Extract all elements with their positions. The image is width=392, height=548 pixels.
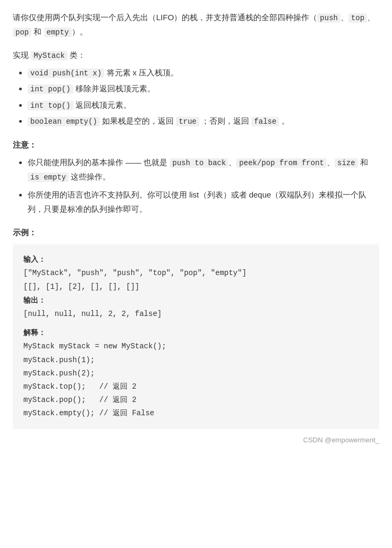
method-desc-pop: 移除并返回栈顶元素。 [75,84,155,93]
input-label: 输入： [23,255,46,263]
method-desc-empty: 如果栈是空的，返回 true ；否则，返回 false 。 [102,116,289,125]
output-label: 输出： [23,296,46,304]
intro-paragraph: 请你仅使用两个队列实现一个后入先出（LIFO）的栈，并支持普通栈的全部四种操作（… [13,11,379,39]
code-int-pop: int pop() [28,84,73,94]
code-line-1: MyStack myStack = new MyStack(); [23,340,369,353]
code-pop: pop [13,28,31,37]
impl-class-intro: 实现 MyStack 类： [13,48,379,63]
example-box: 输入： ["MyStack", "push", "push", "top", "… [13,244,379,429]
list-item: boolean empty() 如果栈是空的，返回 true ；否则，返回 fa… [28,114,379,129]
method-desc-push: 将元素 x 压入栈顶。 [107,68,179,77]
code-true: true [176,117,199,126]
code-size: size [335,158,358,168]
notes-title: 注意： [13,138,379,152]
watermark-text: CSDN @empowerment_ [303,436,379,444]
code-peek-pop-from-front: peek/pop from front [236,158,327,168]
list-item: void push(int x) 将元素 x 压入栈顶。 [28,66,379,80]
code-empty: empty [44,28,72,37]
input-line-2: [[], [1], [2], [], [], []] [23,280,369,294]
explanation-label: 解释： [23,328,46,337]
code-push: push [317,13,340,23]
method-list: void push(int x) 将元素 x 压入栈顶。 int pop() 移… [13,66,379,129]
notes-item-1: 你只能使用队列的基本操作 —— 也就是 push to back、peek/po… [28,156,379,184]
code-boolean-empty: boolean empty() [28,117,100,126]
code-void-push: void push(int x) [28,68,104,78]
output-line: [null, null, null, 2, 2, false] [23,307,369,321]
list-item: int top() 返回栈顶元素。 [28,98,379,113]
code-line-5: myStack.pop(); // 返回 2 [23,393,369,407]
list-item: int pop() 移除并返回栈顶元素。 [28,82,379,96]
watermark: CSDN @empowerment_ [13,434,379,446]
notes-list: 你只能使用队列的基本操作 —— 也就是 push to back、peek/po… [13,156,379,216]
code-line-3: myStack.push(2); [23,367,369,380]
code-push-to-back: push to back [170,158,229,168]
blank-spacer [23,321,369,326]
code-line-4: myStack.top(); // 返回 2 [23,380,369,393]
code-false: false [251,117,279,126]
code-line-2: myStack.push(1); [23,354,369,367]
code-line-6: myStack.empty(); // 返回 False [23,407,369,420]
example-title: 示例： [13,226,379,239]
notes-section: 注意： 你只能使用队列的基本操作 —— 也就是 push to back、pee… [13,138,379,216]
example-section: 示例： 输入： ["MyStack", "push", "push", "top… [13,226,379,429]
input-line-1: ["MyStack", "push", "push", "top", "pop"… [23,267,369,280]
code-mystack-class: MyStack [31,51,67,61]
notes-item-2: 你所使用的语言也许不支持队列。你可以使用 list（列表）或者 deque（双端… [28,188,379,216]
method-desc-top: 返回栈顶元素。 [75,100,131,109]
code-top: top [348,13,367,23]
code-is-empty: is empty [28,173,69,182]
impl-section: 实现 MyStack 类： void push(int x) 将元素 x 压入栈… [13,48,379,129]
code-int-top: int top() [28,101,73,110]
